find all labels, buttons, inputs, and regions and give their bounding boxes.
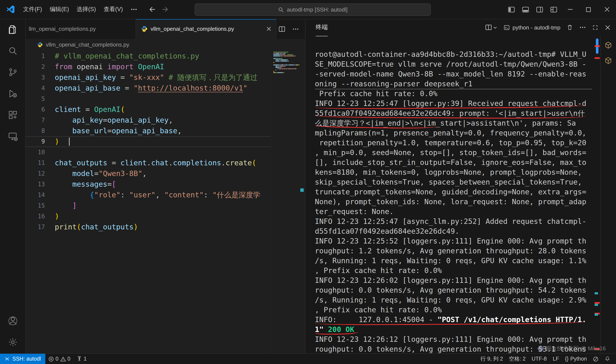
terminal-tab-cube-icon[interactable] — [604, 56, 613, 65]
account-icon[interactable] — [0, 310, 25, 332]
code-line[interactable]: 15 ] — [25, 200, 271, 211]
indentation[interactable]: 空格: 2 — [506, 354, 529, 364]
remote-explorer-icon[interactable] — [0, 126, 25, 147]
remote-indicator[interactable]: SSH: autodl — [0, 354, 45, 364]
minimap[interactable] — [271, 50, 299, 354]
kill-terminal-icon[interactable] — [566, 24, 573, 31]
eol-sequence[interactable]: LF — [550, 354, 562, 364]
terminal-line: /s, Running: 1 reqs, Waiting: 0 reqs, GP… — [315, 256, 592, 266]
split-editor-icon[interactable] — [278, 26, 285, 32]
tab-vllm-openai-chat-completions[interactable]: vllm_openai_chat_completions.py — [136, 19, 276, 39]
menu-selection[interactable]: 选择(S) — [73, 3, 100, 15]
run-debug-icon[interactable] — [0, 83, 25, 104]
code-editor[interactable]: 1# vllm_openai_chat_completions.py2from … — [25, 50, 271, 354]
editor-scrollbar[interactable] — [299, 50, 305, 354]
code-text: # vllm_openai_chat_completions.py — [55, 51, 199, 62]
customize-layout-icon[interactable] — [547, 0, 561, 19]
watermark-text: 掘金技术社区 @ Miku16 — [546, 345, 606, 352]
status-bar: SSH: autodl 0 0 1 行 9, 列 2 空格: 2 UTF-8 L… — [0, 353, 616, 364]
terminal-tab-cube-icon[interactable] — [604, 41, 613, 50]
code-line[interactable]: 8 base_url=openai_api_base, — [25, 126, 271, 136]
notifications-bell-icon[interactable] — [602, 354, 614, 364]
minimap-line — [273, 55, 296, 56]
menu-more-icon[interactable] — [127, 3, 141, 15]
command-center-search[interactable]: autodl-tmp [SSH: autodl] — [195, 3, 431, 16]
encoding[interactable]: UTF-8 — [529, 354, 550, 364]
code-line[interactable]: 4openai_api_base = "http://localhost:800… — [25, 83, 271, 93]
terminal-output[interactable]: root@autodl-container-aa9d4bbc8b-2d316b3… — [315, 50, 592, 354]
terminal-line: -served-model-name Qwen3-8B --max_model_… — [315, 69, 592, 79]
extensions-icon[interactable] — [0, 104, 25, 126]
window-close-button[interactable] — [598, 0, 616, 19]
cursor-position[interactable]: 行 9, 列 2 — [477, 354, 506, 364]
code-line[interactable]: 7 api_key=openai_api_key, — [25, 115, 271, 126]
editor-group: llm_openai_completions.py vllm_openai_ch… — [25, 19, 305, 354]
ports-indicator[interactable]: 1 — [73, 354, 90, 364]
code-line[interactable]: 11chat_outputs = client.chat.completions… — [25, 158, 271, 168]
code-line[interactable]: 13 messages=[ — [25, 179, 271, 190]
scrollbar-annotation — [595, 292, 598, 294]
menu-edit[interactable]: 编辑(E) — [46, 3, 73, 15]
editor-more-actions-icon[interactable] — [292, 26, 299, 32]
problems-indicator[interactable]: 0 0 — [45, 354, 73, 364]
ports-count: 1 — [84, 356, 87, 362]
code-line[interactable]: 17print(chat_outputs) — [25, 222, 271, 233]
code-line[interactable]: 9) — [25, 136, 271, 147]
line-number: 15 — [25, 200, 55, 211]
maximize-panel-icon[interactable] — [592, 24, 599, 31]
error-icon — [48, 356, 54, 362]
line-number: 1 — [25, 51, 55, 62]
terminal-lines: root@autodl-container-aa9d4bbc8b-2d316b3… — [315, 50, 592, 354]
menu-file[interactable]: 文件(F) — [19, 3, 46, 15]
watermark: 掘金技术社区 @ Miku16 — [538, 345, 606, 352]
toggle-panel-icon[interactable] — [519, 0, 533, 19]
cursor-caret — [69, 138, 69, 146]
code-line[interactable]: 2from openai import OpenAI — [25, 62, 271, 72]
breadcrumb[interactable]: vllm_openai_chat_completions.py — [25, 39, 305, 50]
close-panel-icon[interactable] — [604, 24, 611, 31]
menu-view[interactable]: 查看(V) — [100, 3, 127, 15]
tab-close-icon[interactable] — [266, 26, 272, 32]
remote-icon — [4, 356, 10, 362]
minimap-line — [273, 70, 276, 70]
terminal-line: INFO: 127.0.0.1:45004 - "POST /v1/chat/c… — [315, 315, 592, 325]
code-line[interactable]: 6client = OpenAI( — [25, 104, 271, 115]
nav-back-icon[interactable] — [148, 6, 156, 13]
terminal-line: roughput: 0.0 tokens/s, Avg generation t… — [315, 286, 592, 295]
activity-bar — [0, 19, 26, 354]
code-line[interactable]: 5 — [25, 93, 271, 104]
line-number: 9 — [25, 136, 55, 147]
code-line[interactable]: 14 {"role": "user", "content": "什么是深度学 — [25, 190, 271, 200]
terminal-tabs-list — [600, 36, 616, 354]
code-line[interactable]: 12 model="Qwen3-8B", — [25, 168, 271, 179]
window-maximize-button[interactable] — [579, 0, 598, 19]
toggle-sidebar-icon[interactable] — [504, 0, 519, 19]
code-text: ) — [55, 211, 59, 222]
code-line[interactable]: 1# vllm_openai_chat_completions.py — [25, 51, 271, 62]
window-minimize-button[interactable] — [561, 0, 579, 19]
line-number: 14 — [25, 190, 55, 200]
radio-tower-icon — [76, 356, 82, 362]
vscode-logo-icon — [6, 5, 15, 14]
panel-tab-terminal[interactable]: 终端 — [316, 19, 328, 36]
explorer-icon[interactable] — [0, 19, 25, 40]
terminal-session-selector[interactable]: python - autodl-tmp — [504, 24, 560, 31]
language-mode[interactable]: {} Python — [562, 354, 590, 364]
terminal-scrollbar[interactable] — [594, 36, 601, 354]
split-terminal-button[interactable] — [485, 24, 497, 31]
search-sidebar-icon[interactable] — [0, 40, 25, 62]
minimap-line — [273, 52, 288, 52]
code-line[interactable]: 3openai_api_key = "sk-xxx" # 随便填写，只是为了通过 — [25, 72, 271, 83]
do-not-disturb-icon[interactable] — [590, 354, 602, 364]
code-line[interactable]: 16) — [25, 211, 271, 222]
settings-gear-icon[interactable] — [0, 332, 25, 353]
source-control-icon[interactable] — [0, 62, 25, 83]
code-line[interactable]: 10 — [25, 147, 271, 158]
toggle-secondary-sidebar-icon[interactable] — [533, 0, 547, 19]
tab-llm-openai-completions[interactable]: llm_openai_completions.py — [25, 19, 136, 39]
terminal-more-actions-icon[interactable] — [579, 24, 586, 31]
scrollbar-annotation — [595, 304, 598, 306]
code-text: api_key=openai_api_key, — [55, 115, 173, 126]
terminal-line: truncate_prompt_tokens=None, guided_deco… — [315, 187, 592, 197]
nav-forward-icon[interactable] — [162, 6, 170, 13]
